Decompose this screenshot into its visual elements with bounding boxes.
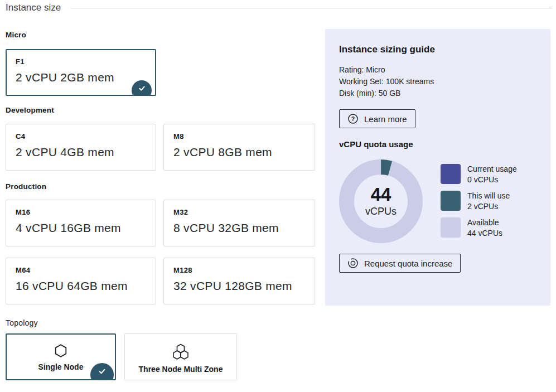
size-card-spec: 4 vCPU 16GB mem (16, 221, 146, 235)
donut-center-value: 44 (371, 185, 391, 204)
legend-item-available: Available 44 vCPUs (441, 217, 517, 239)
size-card-m32[interactable]: M32 8 vCPU 32GB mem (163, 200, 315, 246)
legend-text: Current usage 0 vCPUs (467, 164, 517, 185)
legend-name: Available (467, 218, 499, 227)
single-hexagon-icon (54, 343, 67, 358)
size-card-m128[interactable]: M128 32 vCPU 128GB mem (163, 258, 315, 304)
sizing-guide-title: Instance sizing guide (339, 44, 536, 55)
legend-item-this-will-use: This will use 2 vCPUs (441, 191, 517, 212)
check-icon (138, 84, 146, 93)
instance-size-page: Instance size Micro F1 2 vCPU 2GB mem De… (0, 0, 556, 392)
topology-card-single-node[interactable]: Single Node (6, 333, 116, 380)
size-card-m64[interactable]: M64 16 vCPU 64GB mem (6, 258, 156, 304)
size-card-spec: 2 vCPU 4GB mem (16, 146, 146, 159)
size-card-id: M32 (173, 208, 305, 216)
vcpu-quota-chart-row: 44 vCPUs Current usage 0 vCPUs This will… (339, 159, 536, 243)
request-quota-increase-button[interactable]: Request quota increase (339, 254, 461, 273)
rating-line: Rating: Micro (339, 64, 536, 76)
page-header: Instance size (6, 2, 552, 13)
size-card-id: M8 (173, 132, 305, 141)
svg-text:?: ? (351, 115, 355, 122)
quota-legend: Current usage 0 vCPUs This will use 2 vC… (441, 164, 517, 239)
legend-name: Current usage (467, 164, 517, 173)
legend-swatch-this-will-use (441, 191, 461, 211)
section-label-topology: Topology (6, 318, 38, 327)
section-label-production: Production (6, 182, 46, 191)
size-card-spec: 32 vCPU 128GB mem (173, 279, 305, 293)
size-card-id: M128 (173, 266, 305, 274)
size-card-id: F1 (16, 57, 146, 66)
learn-more-label: Learn more (364, 114, 407, 124)
working-set-line: Working Set: 100K streams (339, 76, 536, 88)
vcpu-quota-donut-chart: 44 vCPUs (339, 159, 423, 243)
selected-check-badge (132, 80, 152, 96)
vcpu-quota-usage-title: vCPU quota usage (339, 139, 536, 149)
legend-swatch-current-usage (441, 164, 461, 184)
header-divider (71, 8, 552, 8)
page-title: Instance size (6, 2, 61, 13)
size-card-spec: 2 vCPU 2GB mem (16, 71, 146, 84)
instance-sizing-guide-panel: Instance sizing guide Rating: Micro Work… (325, 29, 550, 306)
donut-center-unit: vCPUs (365, 206, 397, 217)
question-circle-icon: ? (347, 113, 359, 124)
size-card-m16[interactable]: M16 4 vCPU 16GB mem (6, 200, 156, 246)
disk-min-line: Disk (min): 50 GB (339, 88, 536, 99)
legend-value: 44 vCPUs (467, 229, 502, 238)
legend-text: This will use 2 vCPUs (467, 191, 510, 212)
size-card-id: C4 (16, 132, 146, 141)
section-label-development: Development (6, 106, 54, 114)
legend-value: 0 vCPUs (467, 175, 498, 184)
legend-value: 2 vCPUs (467, 202, 498, 211)
size-card-spec: 16 vCPU 64GB mem (16, 279, 146, 293)
legend-name: This will use (467, 191, 510, 200)
topology-card-three-node-multi-zone[interactable]: Three Node Multi Zone (124, 333, 237, 380)
learn-more-button[interactable]: ? Learn more (339, 109, 415, 128)
donut-center-label: 44 vCPUs (339, 159, 423, 243)
legend-item-current-usage: Current usage 0 vCPUs (441, 164, 517, 185)
size-card-id: M64 (16, 266, 146, 274)
request-quota-label: Request quota increase (364, 259, 452, 268)
section-label-micro: Micro (6, 31, 26, 39)
size-card-spec: 8 vCPU 32GB mem (173, 221, 305, 235)
size-card-m8[interactable]: M8 2 vCPU 8GB mem (163, 124, 315, 171)
size-card-spec: 2 vCPU 8GB mem (173, 146, 305, 159)
topology-option-label: Three Node Multi Zone (128, 365, 233, 374)
size-card-c4[interactable]: C4 2 vCPU 4GB mem (6, 124, 156, 171)
size-card-f1[interactable]: F1 2 vCPU 2GB mem (6, 49, 156, 96)
legend-text: Available 44 vCPUs (467, 217, 502, 239)
legend-swatch-available (441, 217, 461, 238)
three-hexagons-icon (172, 343, 190, 360)
target-circle-icon (347, 258, 359, 269)
check-icon (98, 367, 107, 376)
size-card-id: M16 (16, 208, 146, 216)
